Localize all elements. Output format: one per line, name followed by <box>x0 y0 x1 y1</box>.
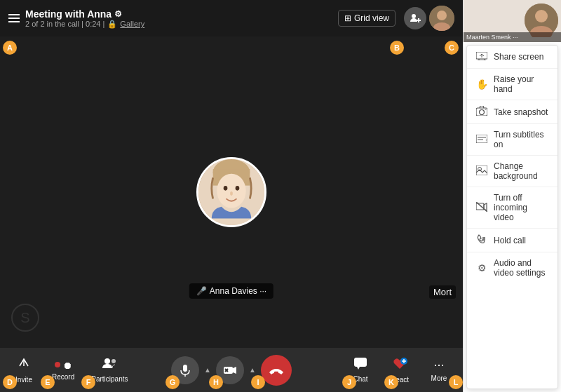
svg-rect-24 <box>354 358 367 367</box>
lock-icon: 🔒 <box>107 20 117 29</box>
react-icon <box>392 356 407 374</box>
meeting-title: Meeting with Anna ⚙ <box>25 8 338 20</box>
incoming-video-icon <box>475 202 488 214</box>
menu-av-settings-label: Audio and video settings <box>494 258 549 278</box>
svg-point-16 <box>104 358 110 364</box>
meeting-container: Meeting with Anna ⚙ 2 of 2 in the call |… <box>0 0 463 392</box>
svg-rect-20 <box>224 367 233 374</box>
svg-point-4 <box>437 11 447 20</box>
label-L: L <box>449 375 463 389</box>
svg-point-0 <box>412 14 416 18</box>
menu-hold-call-label: Hold call <box>494 236 526 245</box>
menu-item-hold-call[interactable]: Hold call <box>467 229 557 252</box>
svg-text:✓: ✓ <box>485 137 487 142</box>
svg-point-14 <box>230 191 233 196</box>
label-F: F <box>81 375 95 389</box>
participant-video-area <box>196 157 266 227</box>
mort-label: Mort <box>429 285 456 299</box>
meeting-title-area: Meeting with Anna ⚙ 2 of 2 in the call |… <box>25 8 338 29</box>
menu-raise-hand-label: Raise your hand <box>494 74 549 94</box>
label-D: D <box>3 375 17 389</box>
record-indicator <box>55 362 60 367</box>
add-participant-button[interactable] <box>404 7 426 29</box>
invite-label: Invite <box>15 376 32 384</box>
svg-text:S: S <box>20 310 29 325</box>
menu-item-background[interactable]: Change background <box>467 156 557 187</box>
participant-avatar[interactable] <box>429 6 454 31</box>
svg-rect-18 <box>183 365 187 372</box>
grid-icon: ⊞ <box>344 13 351 23</box>
meeting-header: Meeting with Anna ⚙ 2 of 2 in the call |… <box>0 0 463 36</box>
svg-point-12 <box>224 186 228 191</box>
label-C: C <box>445 41 459 55</box>
video-main: S <box>0 36 463 348</box>
mic-off-icon: 🎤 <box>196 286 207 296</box>
label-G: G <box>165 375 180 389</box>
menu-share-screen-label: Share screen <box>494 52 543 62</box>
background-icon <box>475 165 488 177</box>
context-menu: Share screen ✋ Raise your hand Take snap… <box>466 45 558 389</box>
label-E: E <box>41 375 55 389</box>
participant-name-badge: 🎤 Anna Davies ··· <box>189 283 273 299</box>
label-J: J <box>342 375 356 389</box>
more-label: More <box>431 374 447 382</box>
participant-display-name: Anna Davies ··· <box>210 286 266 296</box>
svg-point-13 <box>236 186 240 191</box>
avatar-group <box>404 6 454 31</box>
svg-rect-44 <box>476 203 484 210</box>
grid-view-button[interactable]: ⊞ Grid view <box>338 10 396 27</box>
end-call-button[interactable] <box>261 355 292 386</box>
record-label: Record <box>52 373 74 381</box>
menu-item-snapshot[interactable]: Take snapshot <box>467 100 557 124</box>
right-panel: Maarten Smenk ··· Share screen ✋ Raise y… <box>463 0 561 392</box>
svg-point-17 <box>111 359 116 363</box>
menu-snapshot-label: Take snapshot <box>494 107 548 117</box>
hamburger-menu[interactable] <box>8 14 20 22</box>
toolbar-right: Chat React ··· More <box>342 353 463 386</box>
menu-item-share-screen[interactable]: Share screen <box>467 46 557 69</box>
snapshot-icon <box>475 106 488 118</box>
chat-icon <box>353 357 367 373</box>
menu-item-subtitles[interactable]: ✓ Turn subtitles on <box>467 124 557 156</box>
av-settings-icon: ⚙ <box>475 262 488 273</box>
record-icon: ⏺ <box>62 360 72 371</box>
svg-point-37 <box>480 110 485 115</box>
share-screen-icon <box>475 51 488 62</box>
gallery-label: Gallery <box>120 20 144 28</box>
menu-item-raise-hand[interactable]: ✋ Raise your hand <box>467 69 557 100</box>
settings-icon[interactable]: ⚙ <box>114 9 122 19</box>
svg-rect-42 <box>476 165 487 175</box>
menu-item-incoming-video[interactable]: Turn off incoming video <box>467 187 557 229</box>
label-I: I <box>251 375 265 389</box>
toolbar-left: Invite ⏺ Record Partici <box>0 353 135 386</box>
svg-marker-25 <box>357 367 360 370</box>
svg-marker-21 <box>233 367 236 374</box>
thumb-name: Maarten Smenk ··· <box>464 32 561 42</box>
label-B: B <box>390 41 404 55</box>
invite-icon <box>17 356 31 374</box>
subtitle-text: 2 of 2 in the call | 0:24 | <box>25 20 104 28</box>
skype-watermark: S <box>11 304 39 337</box>
label-K: K <box>384 375 398 389</box>
menu-background-label: Change background <box>494 161 549 181</box>
raise-hand-icon: ✋ <box>475 79 488 90</box>
title-text: Meeting with Anna <box>25 8 111 20</box>
subtitles-icon: ✓ <box>475 134 488 145</box>
more-icon: ··· <box>433 358 444 372</box>
svg-point-30 <box>535 10 548 22</box>
menu-item-av-settings[interactable]: ⚙ Audio and video settings <box>467 252 557 283</box>
participant-avatar-circle <box>196 157 266 227</box>
participants-label: Participants <box>91 375 128 383</box>
svg-point-11 <box>217 174 245 208</box>
toolbar-center: ▲ ▲ <box>171 355 292 386</box>
label-A: A <box>3 41 17 55</box>
menu-subtitles-label: Turn subtitles on <box>494 130 549 149</box>
menu-incoming-video-label: Turn off incoming video <box>494 193 549 222</box>
participants-icon <box>102 357 117 373</box>
grid-view-label: Grid view <box>354 13 389 23</box>
label-H: H <box>209 375 223 389</box>
participant-thumbnail: Maarten Smenk ··· <box>464 0 561 42</box>
meeting-subtitle: 2 of 2 in the call | 0:24 | 🔒 Gallery <box>25 20 338 29</box>
hold-call-icon <box>475 234 488 246</box>
